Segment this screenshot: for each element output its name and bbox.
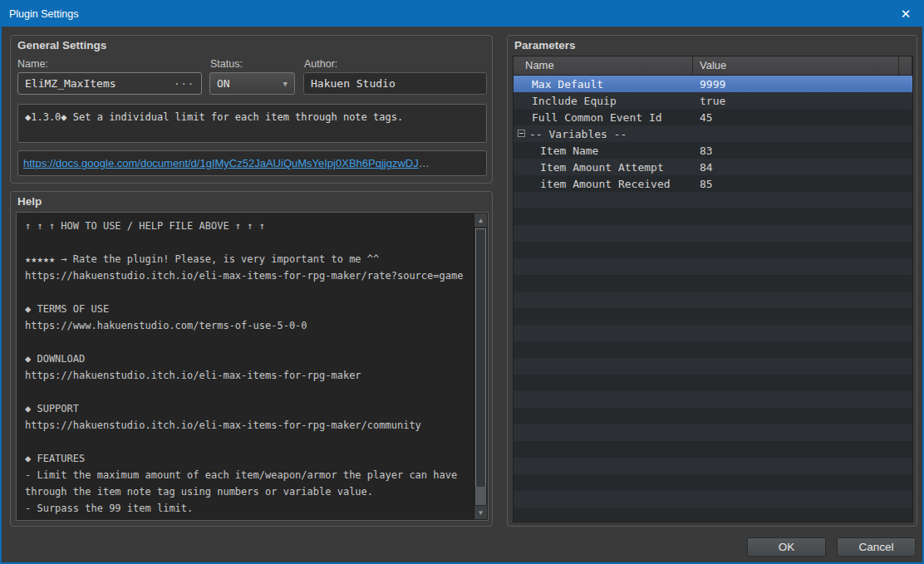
table-row-group[interactable]: -- Variables -- [514, 125, 912, 142]
help-line [25, 284, 469, 301]
help-line: https://www.hakuenstudio.com/terms-of-us… [25, 317, 469, 334]
param-value: 85 [700, 178, 713, 190]
chevron-down-icon: ▼ [283, 80, 288, 88]
parameters-group: Parameters Name Value Max Default 9999 I… [507, 35, 917, 527]
param-name: Full Common Event Id [532, 111, 662, 124]
help-line: https://hakuenstudio.itch.io/eli-max-ite… [25, 367, 469, 384]
titlebar: Plugin Settings ✕ [2, 2, 922, 27]
window-title: Plugin Settings [2, 8, 78, 20]
help-link-box: https://docs.google.com/document/d/1gIMy… [17, 150, 487, 176]
param-value: true [700, 95, 725, 107]
table-row[interactable]: Max Default 9999 [514, 76, 912, 92]
help-line: through the item note tag using numbers … [25, 483, 469, 500]
table-row[interactable]: Item Name 83 [514, 142, 912, 159]
help-line: https://hakuenstudio.itch.io/eli-max-ite… [25, 267, 469, 284]
help-line: ◆ DOWNLOAD [25, 351, 469, 367]
column-header-extra [899, 56, 912, 75]
table-row[interactable]: Item Amount Attempt 84 [514, 159, 912, 175]
name-label: Name: [17, 58, 48, 70]
help-text: ↑ ↑ ↑ HOW TO USE / HELP FILE ABOVE ↑ ↑ ↑… [25, 218, 469, 520]
scrollbar-thumb[interactable] [475, 228, 486, 491]
column-header-value[interactable]: Value [693, 56, 899, 75]
general-settings-title: General Settings [17, 39, 106, 51]
general-settings-group: General Settings Name: Status: Author: E… [10, 35, 493, 184]
cancel-button[interactable]: Cancel [837, 537, 916, 557]
plugin-description: ◆1.3.0◆ Set a individual limit for each … [25, 111, 403, 123]
close-icon[interactable]: ✕ [889, 2, 922, 27]
table-row[interactable]: Include Equip true [514, 92, 912, 109]
help-line: - Choose to count (or not) equipped item… [25, 517, 469, 520]
status-dropdown[interactable]: ON ▼ [209, 72, 295, 95]
help-line [25, 384, 469, 400]
param-name: Item Name [540, 145, 598, 157]
plugin-name-value: EliMZ_MaxItems [25, 77, 116, 90]
help-scrollbar[interactable]: ▲ ▼ [474, 213, 487, 519]
param-value: 84 [700, 161, 713, 174]
help-line: ◆ FEATURES [25, 450, 469, 467]
param-name: item Amount Received [540, 178, 671, 190]
help-line: ◆ TERMS OF USE [25, 301, 469, 317]
scroll-down-icon[interactable]: ▼ [474, 506, 487, 519]
browse-plugin-icon[interactable]: ··· [174, 78, 194, 90]
status-value: ON [217, 77, 230, 90]
parameters-table-body: Max Default 9999 Include Equip true Full… [514, 76, 912, 522]
collapse-icon[interactable] [518, 130, 525, 137]
help-line [25, 434, 469, 450]
help-line: ◆ SUPPORT [25, 400, 469, 417]
parameters-table: Name Value Max Default 9999 Include Equi… [513, 56, 913, 522]
plugin-description-box: ◆1.3.0◆ Set a individual limit for each … [17, 104, 487, 143]
param-name: Include Equip [532, 95, 617, 107]
help-link[interactable]: https://docs.google.com/document/d/1gIMy… [23, 157, 419, 169]
table-row[interactable]: item Amount Received 85 [514, 175, 912, 192]
author-value: Hakuen Studio [311, 77, 396, 90]
help-line [25, 334, 469, 351]
param-name: Item Amount Attempt [540, 161, 664, 174]
param-value: 83 [700, 145, 713, 157]
plugin-name-field[interactable]: EliMZ_MaxItems ··· [17, 72, 202, 95]
param-value: 45 [700, 111, 713, 124]
param-name: -- Variables -- [529, 128, 627, 140]
help-line: - Surpass the 99 item limit. [25, 500, 469, 517]
param-value: 9999 [700, 78, 725, 91]
parameters-table-header: Name Value [514, 56, 912, 76]
column-header-name[interactable]: Name [514, 56, 693, 75]
help-line: https://hakuenstudio.itch.io/eli-max-ite… [25, 417, 469, 434]
ok-button[interactable]: OK [747, 537, 826, 557]
parameters-title: Parameters [514, 39, 576, 51]
help-title: Help [17, 195, 42, 208]
plugin-settings-dialog: Plugin Settings ✕ General Settings Name:… [0, 0, 924, 564]
scroll-up-icon[interactable]: ▲ [474, 213, 487, 227]
help-line [25, 234, 469, 251]
help-text-area[interactable]: ↑ ↑ ↑ HOW TO USE / HELP FILE ABOVE ↑ ↑ ↑… [16, 212, 489, 521]
table-row[interactable]: Full Common Event Id 45 [514, 109, 912, 125]
param-name: Max Default [532, 78, 603, 91]
author-label: Author: [304, 58, 337, 70]
help-group: Help ↑ ↑ ↑ HOW TO USE / HELP FILE ABOVE … [10, 191, 493, 527]
status-label: Status: [210, 58, 243, 70]
help-line: ↑ ↑ ↑ HOW TO USE / HELP FILE ABOVE ↑ ↑ ↑ [25, 218, 469, 234]
scrollbar-track-block[interactable] [475, 487, 486, 505]
author-field[interactable]: Hakuen Studio [303, 72, 487, 95]
ellipsis-icon: … [419, 157, 430, 169]
help-line: - Limit the maximum amount of each item/… [25, 467, 469, 483]
help-line: ★★★★★ → Rate the plugin! Please, is very… [25, 251, 469, 267]
